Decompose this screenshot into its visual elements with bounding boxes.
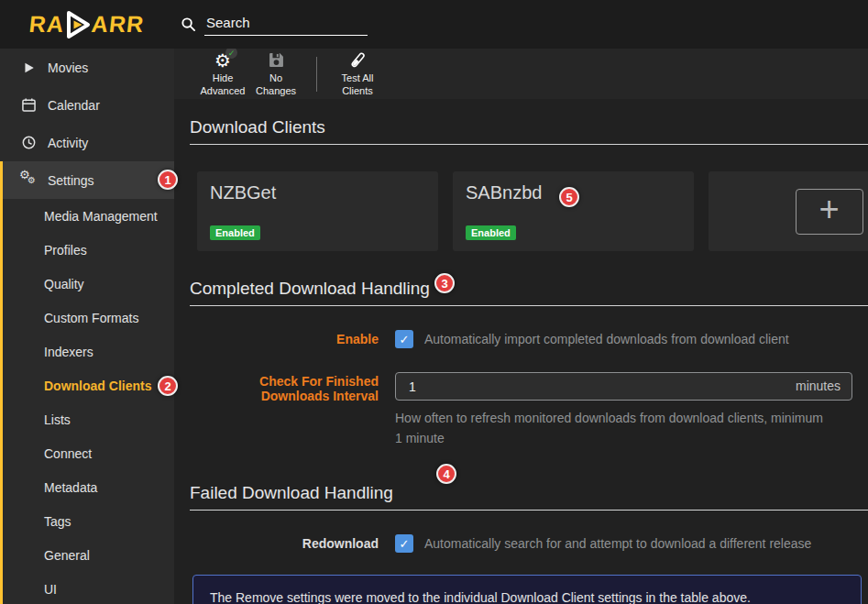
interval-input-wrap: minutes [395,372,852,401]
sidebar-item-indexers[interactable]: Indexers [0,335,174,368]
radarr-logo[interactable]: RA ARR [0,9,174,40]
annotation-badge-4: 4 [436,464,456,484]
enable-checkbox[interactable]: ✓ [395,330,413,348]
sidebar-item-label: Connect [44,446,92,461]
annotation-badge-5: 5 [559,187,579,207]
clock-icon [21,136,37,149]
sidebar-item-media-management[interactable]: Media Management [0,199,174,233]
test-all-clients-button[interactable]: Test All Clients [331,50,384,96]
sidebar-item-calendar[interactable]: Calendar [0,86,174,124]
sidebar-item-label: Calendar [48,98,100,113]
status-badge: Enabled [210,225,260,240]
active-group-indicator [0,161,3,604]
redownload-label: Redownload [190,534,395,551]
sidebar-item-label: Custom Formats [44,311,138,325]
top-header: RA ARR [0,0,868,49]
interval-label: Check For Finished Downloads Interval [190,372,395,403]
gears-icon: ⚙⚙ [21,172,37,188]
sidebar-item-quality[interactable]: Quality [0,267,174,301]
redownload-checkbox[interactable]: ✓ [395,534,413,553]
annotation-badge-3: 3 [434,273,455,293]
play-icon [21,61,37,74]
section-title: Failed Download Handling [190,483,868,503]
sidebar: Movies Calendar Activity [0,49,174,604]
gear-icon: ⚙ ✓ [214,50,231,70]
section-download-clients-header: Download Clients [190,117,868,145]
interval-row: Check For Finished Downloads Interval mi… [190,372,868,448]
add-client-card: + [709,171,868,251]
sidebar-item-label: General [44,548,90,563]
sidebar-item-label: Indexers [44,345,93,359]
status-badge: Enabled [466,225,516,240]
section-title: Download Clients [190,117,868,137]
sidebar-item-label: Movies [48,60,88,75]
sidebar-item-label: Profiles [44,243,87,258]
sidebar-item-activity[interactable]: Activity [0,124,174,161]
interval-unit: minutes [796,379,841,393]
toolbar-separator [316,57,317,92]
calendar-icon [21,98,37,112]
interval-input[interactable] [395,372,852,401]
interval-help-text: How often to refresh monitored downloads… [395,409,828,448]
sidebar-item-custom-formats[interactable]: Custom Formats [0,301,174,335]
save-icon [269,50,284,70]
hide-advanced-button[interactable]: ⚙ ✓ Hide Advanced [196,50,249,96]
client-card-title: NZBGet [210,182,425,203]
section-failed-header: Failed Download Handling [190,483,868,511]
plus-icon: + [819,190,839,229]
sidebar-item-metadata[interactable]: Metadata [0,470,174,504]
sidebar-item-label: Quality [44,277,84,291]
remove-settings-notice: The Remove settings were moved to the in… [192,575,862,604]
enable-help-text: Automatically import completed downloads… [424,330,789,346]
section-title: Completed Download Handling [190,279,868,299]
sidebar-item-label: Download Clients [44,379,151,393]
sidebar-item-movies[interactable]: Movies [0,49,174,86]
sidebar-item-label: Metadata [44,480,97,495]
sidebar-item-label: Tags [44,514,71,529]
sidebar-item-label: Activity [48,136,88,150]
main-area: ⚙ ✓ Hide Advanced No Changes [174,49,868,604]
sidebar-item-lists[interactable]: Lists [0,402,174,436]
download-client-cards: NZBGet Enabled SABnzbd Enabled + [197,171,868,251]
sidebar-item-ui[interactable]: UI [0,572,174,604]
sidebar-item-tags[interactable]: Tags [0,504,174,538]
annotation-badge-2: 2 [158,376,178,396]
sidebar-item-label: Lists [44,412,71,427]
logo-text-left: RA [28,11,66,38]
search-bar [181,13,368,36]
sidebar-item-profiles[interactable]: Profiles [0,233,174,267]
sidebar-item-settings[interactable]: ⚙⚙ Settings [0,161,174,199]
sidebar-item-label: Settings [48,173,94,188]
sidebar-item-label: Media Management [44,209,158,224]
test-all-clients-label: Test All Clients [342,72,374,96]
check-icon: ✓ [225,49,237,59]
hide-advanced-label: Hide Advanced [201,72,246,96]
client-card-nzbget[interactable]: NZBGet Enabled [197,171,438,251]
search-input[interactable] [204,13,368,36]
sidebar-item-general[interactable]: General [0,538,174,572]
check-icon: ✓ [400,537,410,551]
search-icon [181,16,196,32]
redownload-row: Redownload ✓ Automatically search for an… [190,534,868,553]
add-client-button[interactable]: + [796,189,863,235]
sidebar-item-download-clients[interactable]: Download Clients [0,368,174,402]
no-changes-button[interactable]: No Changes [249,50,302,96]
no-changes-label: No Changes [256,72,296,96]
check-icon: ✓ [400,333,410,346]
sidebar-item-connect[interactable]: Connect [0,436,174,470]
test-tube-icon [349,50,367,70]
redownload-help-text: Automatically search for and attempt to … [424,534,811,551]
play-logo-icon [64,9,92,40]
logo-text-right: ARR [91,11,146,38]
annotation-badge-1: 1 [158,170,178,190]
enable-row: Enable ✓ Automatically import completed … [190,330,868,348]
radarr-app: RA ARR Movies [0,0,868,604]
client-card-sabnzbd[interactable]: SABnzbd Enabled [453,171,694,251]
page-toolbar: ⚙ ✓ Hide Advanced No Changes [174,49,868,99]
section-completed-header: Completed Download Handling [190,279,868,306]
sidebar-item-label: UI [44,582,57,597]
enable-label: Enable [190,330,395,346]
settings-content: Download Clients NZBGet Enabled SABnzbd … [174,99,868,604]
